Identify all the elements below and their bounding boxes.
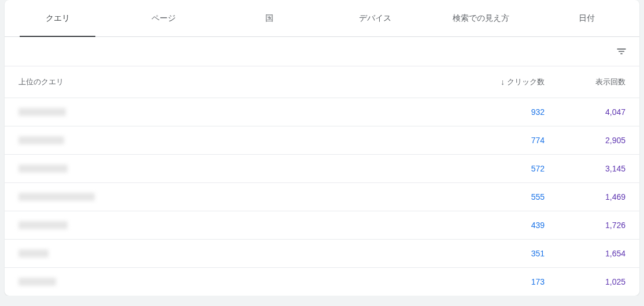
cell-impressions: 3,145: [545, 164, 626, 173]
table-row[interactable]: 4391,726: [5, 211, 639, 240]
tab-date[interactable]: 日付: [534, 0, 639, 36]
redacted-query: [18, 165, 68, 173]
cell-impressions: 1,726: [545, 221, 626, 230]
cell-impressions: 1,025: [545, 277, 626, 286]
tab-page[interactable]: ページ: [110, 0, 216, 36]
header-clicks[interactable]: ↓ クリック数: [464, 77, 545, 87]
redacted-query: [18, 278, 56, 286]
tab-search-appearance[interactable]: 検索での見え方: [428, 0, 534, 36]
cell-clicks: 774: [464, 136, 545, 145]
header-clicks-label: クリック数: [507, 77, 545, 87]
table-row[interactable]: 7742,905: [5, 126, 639, 155]
redacted-query: [18, 221, 68, 229]
sort-arrow-down-icon: ↓: [501, 77, 505, 87]
cell-impressions: 1,469: [545, 192, 626, 201]
table-row[interactable]: 9324,047: [5, 98, 639, 126]
cell-query: [18, 278, 464, 286]
table-toolbar: [5, 37, 639, 66]
cell-clicks: 439: [464, 221, 545, 230]
performance-card: クエリ ページ 国 デバイス 検索での見え方 日付 上位のクエリ ↓ クリック数…: [5, 0, 639, 296]
header-impressions[interactable]: 表示回数: [545, 77, 626, 87]
redacted-query: [18, 136, 64, 144]
cell-clicks: 351: [464, 249, 545, 258]
cell-query: [18, 249, 464, 258]
table-row[interactable]: 5551,469: [5, 183, 639, 211]
table-row[interactable]: 1731,025: [5, 268, 639, 296]
cell-impressions: 4,047: [545, 107, 626, 117]
header-query[interactable]: 上位のクエリ: [18, 77, 464, 87]
tab-country[interactable]: 国: [216, 0, 322, 36]
cell-query: [18, 193, 464, 201]
cell-clicks: 173: [464, 277, 545, 286]
cell-query: [18, 108, 464, 116]
filter-icon[interactable]: [615, 45, 628, 58]
cell-query: [18, 136, 464, 144]
tab-device[interactable]: デバイス: [322, 0, 428, 36]
table-header: 上位のクエリ ↓ クリック数 表示回数: [5, 66, 639, 98]
cell-clicks: 932: [464, 107, 545, 117]
cell-impressions: 2,905: [545, 136, 626, 145]
table-row[interactable]: 5723,145: [5, 155, 639, 183]
cell-query: [18, 221, 464, 229]
tab-query[interactable]: クエリ: [5, 0, 110, 36]
dimension-tabs: クエリ ページ 国 デバイス 検索での見え方 日付: [5, 0, 639, 37]
cell-clicks: 555: [464, 192, 545, 201]
cell-clicks: 572: [464, 164, 545, 173]
table-row[interactable]: 3511,654: [5, 240, 639, 268]
redacted-query: [18, 193, 95, 201]
cell-query: [18, 165, 464, 173]
redacted-query: [18, 108, 66, 116]
redacted-query: [18, 249, 49, 258]
table-body: 9324,0477742,9055723,1455551,4694391,726…: [5, 98, 639, 296]
cell-impressions: 1,654: [545, 249, 626, 258]
